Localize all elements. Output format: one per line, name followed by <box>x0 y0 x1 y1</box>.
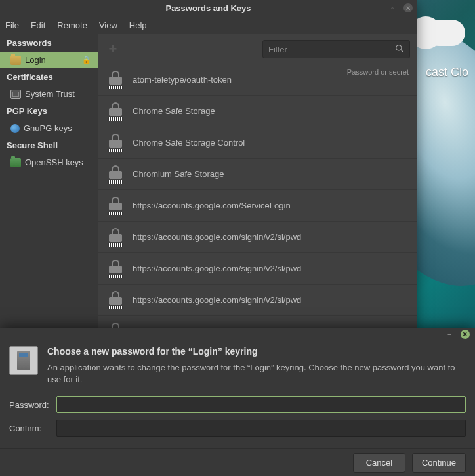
menu-help[interactable]: Help <box>129 20 147 30</box>
menu-edit[interactable]: Edit <box>31 20 45 30</box>
sidebar-header-passwords: Passwords <box>0 34 98 52</box>
list-item[interactable]: Chrome Safe Storage <box>98 96 417 127</box>
dialog-titlebar[interactable]: – ✕ <box>0 328 475 341</box>
password-icon <box>108 228 123 247</box>
list-item-tag: Password or secret <box>347 68 409 76</box>
list-item-label: https://accounts.google.com/ServiceLogin <box>133 201 291 210</box>
key-icon <box>10 124 20 133</box>
list-item[interactable]: atom-teletype/oauth-tokenPassword or sec… <box>98 64 417 96</box>
list-item-label: atom-teletype/oauth-token <box>133 75 232 85</box>
list-item-label: Chrome Safe Storage <box>133 106 215 116</box>
dialog-actions: Cancel Continue <box>0 448 475 476</box>
window-title: Passwords and Keys <box>165 3 251 13</box>
sidebar-item-openssh[interactable]: OpenSSH keys <box>0 154 98 170</box>
sidebar-item-label: GnuPG keys <box>24 123 72 133</box>
password-icon <box>108 102 123 121</box>
confirm-input[interactable] <box>56 420 466 437</box>
list-item[interactable]: https://accounts.google.com/signin/v2/sl… <box>98 253 417 285</box>
list-item[interactable]: https://accounts.google.com/signin/v2/sl… <box>98 222 417 253</box>
folder-icon <box>10 56 21 65</box>
wallpaper-text: cast Clo <box>426 66 468 79</box>
list-item[interactable]: https://accounts.google.com/signin/v2/sl… <box>98 316 417 328</box>
titlebar[interactable]: Passwords and Keys – ▫ ✕ <box>0 0 417 16</box>
svg-line-1 <box>401 49 403 52</box>
dialog-body: Choose a new password for the “Login” ke… <box>0 341 475 448</box>
add-button[interactable]: + <box>105 41 121 57</box>
password-icon <box>108 165 123 184</box>
passwords-keys-window: Passwords and Keys – ▫ ✕ File Edit Remot… <box>0 0 417 328</box>
sidebar-item-label: System Trust <box>25 89 75 99</box>
password-form: Password: Confirm: <box>9 396 466 437</box>
change-password-dialog: – ✕ Choose a new password for the “Login… <box>0 328 475 476</box>
folder-icon <box>10 158 21 167</box>
dialog-close-button[interactable]: ✕ <box>461 330 470 339</box>
list-item-label: https://accounts.google.com/signin/v2/sl… <box>133 264 301 273</box>
list-item[interactable]: https://accounts.google.com/signin/v2/sl… <box>98 285 417 316</box>
menubar: File Edit Remote View Help <box>0 16 417 34</box>
continue-button[interactable]: Continue <box>412 453 466 473</box>
password-icon <box>108 71 123 89</box>
sidebar-header-ssh: Secure Shell <box>0 136 98 154</box>
svg-point-0 <box>396 45 402 50</box>
list-item-label: https://accounts.google.com/signin/v2/sl… <box>133 295 301 305</box>
toolbar: + <box>98 34 417 64</box>
list-item-label: https://accounts.google.com/signin/v2/sl… <box>133 232 301 242</box>
password-icon <box>108 260 123 278</box>
password-list[interactable]: atom-teletype/oauth-tokenPassword or sec… <box>98 64 417 328</box>
list-item[interactable]: https://accounts.google.com/ServiceLogin <box>98 190 417 222</box>
close-button[interactable]: ✕ <box>403 3 413 12</box>
menu-view[interactable]: View <box>99 20 117 30</box>
menu-file[interactable]: File <box>5 20 19 30</box>
password-input[interactable] <box>56 396 466 413</box>
sidebar: Passwords Login 🔒 Certificates System Tr… <box>0 34 98 328</box>
list-item[interactable]: Chromium Safe Storage <box>98 159 417 190</box>
password-icon <box>108 197 123 215</box>
sidebar-header-certificates: Certificates <box>0 68 98 86</box>
dialog-heading: Choose a new password for the “Login” ke… <box>47 346 466 357</box>
filter-input[interactable] <box>268 45 391 54</box>
list-item-label: Chrome Safe Storage Control <box>133 138 245 148</box>
minimize-button[interactable]: – <box>372 3 381 12</box>
filter-box[interactable] <box>262 40 410 58</box>
cancel-button[interactable]: Cancel <box>353 453 405 473</box>
sidebar-item-label: Login <box>25 55 46 65</box>
sidebar-item-gnupg[interactable]: GnuPG keys <box>0 120 98 136</box>
keyring-icon <box>9 346 38 375</box>
sidebar-header-pgp: PGP Keys <box>0 102 98 120</box>
dialog-minimize-button[interactable]: – <box>445 330 454 339</box>
cloud-icon <box>409 13 462 46</box>
list-item[interactable]: Chrome Safe Storage Control <box>98 127 417 159</box>
menu-remote[interactable]: Remote <box>57 20 87 30</box>
lock-icon: 🔒 <box>82 56 91 64</box>
confirm-label: Confirm: <box>9 424 56 433</box>
search-icon <box>395 44 404 55</box>
list-item-label: Chromium Safe Storage <box>133 169 224 179</box>
password-icon <box>108 291 123 309</box>
window-controls: – ▫ ✕ <box>372 3 413 12</box>
dialog-description: An application wants to change the passw… <box>47 362 466 386</box>
password-icon <box>108 134 123 152</box>
sidebar-item-label: OpenSSH keys <box>25 157 83 167</box>
content-area: Passwords Login 🔒 Certificates System Tr… <box>0 34 417 328</box>
password-label: Password: <box>9 400 56 410</box>
sidebar-item-login[interactable]: Login 🔒 <box>0 52 98 68</box>
maximize-button[interactable]: ▫ <box>388 3 397 12</box>
certificate-icon <box>10 90 21 99</box>
main-panel: + atom-teletype/oauth-tokenPassword or s… <box>98 34 417 328</box>
sidebar-item-system-trust[interactable]: System Trust <box>0 86 98 102</box>
password-icon <box>108 323 123 328</box>
